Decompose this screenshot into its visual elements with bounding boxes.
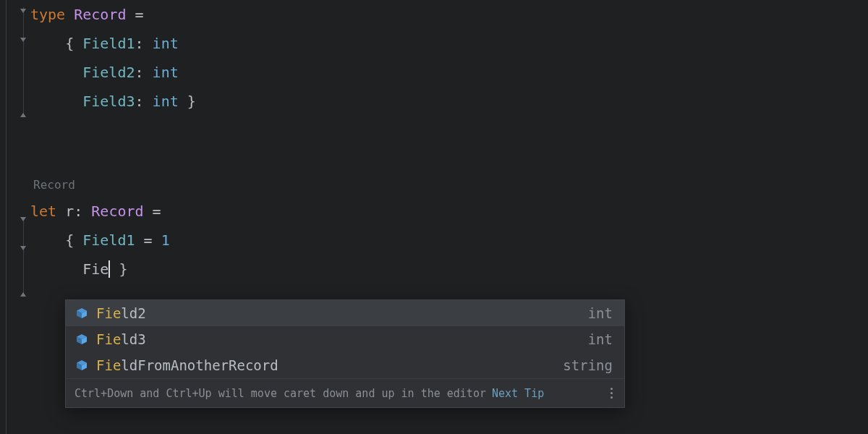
operator: = [135, 231, 161, 249]
completion-type: int [588, 331, 613, 347]
completion-label: Field2 [96, 305, 588, 321]
field-name: Field3 [82, 93, 135, 110]
field-icon [75, 332, 89, 346]
inlay-hint: Record [30, 174, 868, 197]
code-line[interactable]: { Field1: int [30, 29, 868, 58]
fold-end-icon[interactable] [18, 110, 28, 120]
blank-line[interactable] [30, 145, 868, 174]
brace-open: { [65, 35, 82, 52]
typed-text: Fie [82, 260, 109, 278]
code-area[interactable]: type Record = { Field1: int Field2: int … [30, 0, 868, 284]
field-icon [75, 358, 89, 373]
keyword: let [30, 203, 56, 220]
operator: = [126, 6, 143, 23]
next-tip-link[interactable]: Next Tip [492, 387, 544, 400]
type-ref: int [153, 64, 179, 81]
colon: : [74, 203, 91, 220]
completion-popup[interactable]: Field2 int Field3 int FieldFromAnotherRe… [65, 299, 625, 408]
colon: : [135, 35, 153, 52]
code-line[interactable]: Field3: int } [30, 87, 868, 116]
field-name: Field1 [82, 35, 135, 52]
number-literal: 1 [161, 231, 170, 249]
fold-column [16, 0, 30, 434]
completion-item[interactable]: Field2 int [66, 300, 624, 326]
fold-end-icon[interactable] [18, 289, 28, 299]
code-line[interactable]: Fie } [30, 255, 868, 284]
binding-name: r [56, 203, 74, 220]
type-ref: int [153, 93, 179, 110]
type-ref: int [153, 35, 179, 52]
field-name: Field1 [82, 231, 135, 249]
operator: = [144, 203, 161, 220]
completion-item[interactable]: Field3 int [66, 326, 624, 352]
tip-text: Ctrl+Down and Ctrl+Up will move caret do… [75, 387, 486, 400]
brace-open: { [65, 231, 82, 249]
brace-close: } [110, 260, 127, 278]
fold-toggle-icon[interactable] [18, 214, 28, 224]
completion-item[interactable]: FieldFromAnotherRecord string [66, 352, 624, 378]
brace-close: } [179, 93, 196, 110]
code-line[interactable]: type Record = [30, 0, 868, 29]
colon: : [135, 64, 153, 81]
fold-toggle-icon[interactable] [18, 35, 28, 45]
completion-footer: Ctrl+Down and Ctrl+Up will move caret do… [66, 378, 624, 407]
blank-line[interactable] [30, 116, 868, 145]
code-line[interactable]: { Field1 = 1 [30, 226, 868, 255]
fold-toggle-icon[interactable] [18, 6, 28, 16]
code-line[interactable]: Field2: int [30, 58, 868, 87]
colon: : [135, 93, 153, 110]
code-line[interactable]: let r: Record = [30, 197, 868, 226]
code-editor[interactable]: type Record = { Field1: int Field2: int … [0, 0, 868, 434]
completion-type: int [588, 305, 613, 321]
type-name: Record [74, 6, 126, 23]
keyword: type [30, 6, 65, 23]
more-options-icon[interactable] [608, 385, 616, 401]
type-ref: Record [91, 203, 143, 220]
field-name: Field2 [82, 64, 135, 81]
completion-label: Field3 [96, 331, 588, 347]
completion-label: FieldFromAnotherRecord [96, 357, 563, 373]
field-icon [75, 306, 89, 320]
fold-toggle-icon[interactable] [18, 243, 28, 253]
completion-type: string [563, 357, 613, 373]
